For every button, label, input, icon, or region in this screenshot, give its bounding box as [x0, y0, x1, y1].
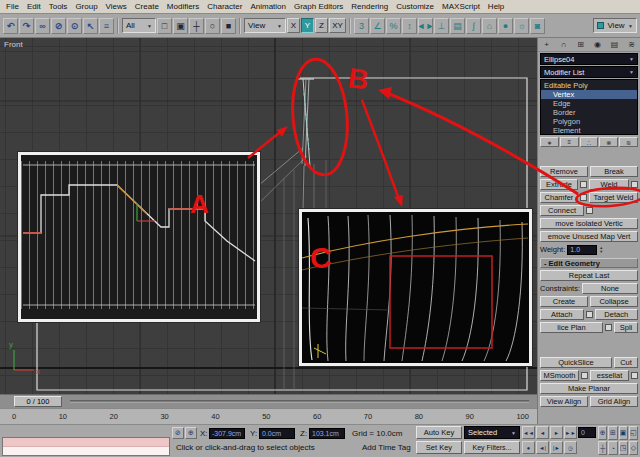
object-name-dropdown[interactable]: Ellipse04 ▼ [540, 53, 638, 65]
remove-unused-map-verts-button[interactable]: emove Unused Map Vert [540, 231, 638, 242]
axis-constraint-x-button[interactable]: X [287, 18, 300, 33]
select-rotate-icon[interactable]: ○ [205, 18, 220, 34]
view-align-button[interactable]: View Align [540, 396, 588, 407]
tab-utilities-icon[interactable]: ≋ [625, 39, 638, 51]
y-coordinate-field[interactable] [259, 428, 295, 439]
pin-stack-icon[interactable]: ∗ [540, 137, 559, 147]
weld-button[interactable]: Weld [589, 179, 629, 190]
detach-button[interactable]: Detach [595, 309, 639, 320]
layer-manager-icon[interactable]: ▤ [450, 18, 465, 34]
menu-item[interactable]: Group [71, 2, 101, 11]
weight-field[interactable] [567, 245, 597, 255]
remove-isolated-vertices-button[interactable]: move Isolated Vertic [540, 218, 638, 229]
select-object-icon[interactable]: ↖ [83, 18, 98, 34]
axis-constraint-xy-button[interactable]: XY [329, 18, 346, 33]
msmooth-settings-button[interactable] [581, 372, 588, 379]
material-editor-icon[interactable]: ● [498, 18, 513, 34]
connect-settings-button[interactable] [586, 207, 593, 214]
zoom-extents-icon[interactable]: ▣ [619, 426, 628, 440]
menu-item[interactable]: Edit [23, 2, 45, 11]
stack-item-border[interactable]: Border [541, 108, 637, 117]
field-of-view-icon[interactable]: ◇ [629, 441, 638, 455]
menu-item[interactable]: Animation [246, 2, 290, 11]
x-coordinate-field[interactable] [209, 428, 245, 439]
menu-item[interactable]: Help [484, 2, 508, 11]
selection-set-dropdown[interactable]: Selected ▼ [464, 426, 520, 439]
tab-motion-icon[interactable]: ◉ [591, 39, 604, 51]
break-button[interactable]: Break [590, 166, 638, 177]
play-icon[interactable]: ► [550, 426, 563, 439]
redo-icon[interactable]: ↷ [19, 18, 34, 34]
add-time-tag[interactable]: Add Time Tag [362, 443, 411, 452]
msmooth-button[interactable]: MSmooth [540, 370, 579, 381]
axis-constraint-y-button[interactable]: Y [301, 18, 314, 33]
menu-item[interactable]: Character [203, 2, 246, 11]
spinner-down-icon[interactable]: ▼ [599, 250, 603, 254]
menu-item[interactable]: Create [131, 2, 163, 11]
percent-snap-icon[interactable]: % [386, 18, 401, 34]
collapse-button[interactable]: Collapse [590, 296, 638, 307]
tab-modify-icon[interactable]: ∩ [557, 39, 570, 51]
remove-modifier-icon[interactable]: ⊗ [599, 137, 618, 147]
mirror-icon[interactable]: ◄► [418, 18, 433, 34]
viewport-label[interactable]: Front [4, 40, 23, 49]
rollout-header-edit-geometry[interactable]: - Edit Geometry [540, 258, 638, 268]
menu-item[interactable]: Graph Editors [290, 2, 347, 11]
slice-plane-button[interactable]: lice Plan [540, 322, 603, 333]
view-dropdown[interactable]: View ▼ [593, 18, 637, 33]
maxscript-mini-listener[interactable] [2, 437, 170, 456]
pan-icon[interactable]: ┼ [598, 441, 607, 455]
zoom-region-icon[interactable]: ◱ [629, 426, 638, 440]
current-frame-field[interactable] [578, 427, 596, 438]
menu-item[interactable]: Modifiers [163, 2, 203, 11]
chamfer-button[interactable]: Chamfer [540, 192, 578, 203]
time-slider-groove[interactable] [70, 400, 529, 403]
weight-spinner[interactable]: ▲ ▼ [599, 246, 603, 254]
split-button[interactable]: Spli [614, 322, 638, 333]
constraints-dropdown[interactable]: None [582, 283, 638, 294]
listener-macro-row[interactable] [3, 438, 169, 447]
menu-item[interactable]: Tools [45, 2, 72, 11]
selection-filter-dropdown[interactable]: All ▼ [122, 18, 156, 33]
remove-button[interactable]: Remove [540, 166, 588, 177]
weld-settings-button[interactable] [631, 181, 638, 188]
extrude-button[interactable]: Extrude [540, 179, 578, 190]
modifier-list-dropdown[interactable]: Modifier List ▼ [540, 66, 638, 78]
target-weld-button[interactable]: Target Weld [589, 192, 638, 203]
menu-item[interactable]: MAXScript [438, 2, 484, 11]
align-icon[interactable]: ⊥ [434, 18, 449, 34]
select-scale-icon[interactable]: ■ [221, 18, 236, 34]
angle-snap-icon[interactable]: ∠ [370, 18, 385, 34]
reference-coordinate-dropdown[interactable]: View ▼ [244, 18, 286, 33]
quickslice-button[interactable]: QuickSlice [540, 357, 612, 368]
undo-icon[interactable]: ↶ [3, 18, 18, 34]
show-end-result-icon[interactable]: ≡ [560, 137, 579, 147]
chamfer-settings-button[interactable] [580, 194, 587, 201]
absolute-offset-toggle-icon[interactable]: ⊕ [185, 427, 197, 439]
time-configuration-icon[interactable]: ◷ [564, 441, 577, 454]
curve-editor-icon[interactable]: ∫ [466, 18, 481, 34]
set-key-button[interactable]: Set Key [416, 441, 462, 454]
go-to-start-icon[interactable]: ◄◄ [522, 426, 535, 439]
select-link-icon[interactable]: ∞ [35, 18, 50, 34]
tessellate-settings-button[interactable] [631, 372, 638, 379]
slice-settings-button[interactable] [605, 324, 612, 331]
connect-button[interactable]: Connect [540, 205, 584, 216]
key-mode-toggle-icon[interactable]: ● [522, 441, 535, 454]
rectangular-region-icon[interactable]: □ [157, 18, 172, 34]
stack-item-polygon[interactable]: Polygon [541, 117, 637, 126]
zoom-icon[interactable]: ⊕ [598, 426, 607, 440]
make-unique-icon[interactable]: ∴ [580, 137, 599, 147]
stack-item-vertex[interactable]: Vertex [541, 90, 637, 99]
render-setup-icon[interactable]: ☼ [514, 18, 529, 34]
track-bar[interactable]: 0102030405060708090100 [0, 408, 537, 424]
configure-modifier-sets-icon[interactable]: ≋ [619, 137, 638, 147]
zoom-all-icon[interactable]: ⊞ [608, 426, 617, 440]
spinner-snap-icon[interactable]: ↕ [402, 18, 417, 34]
tab-hierarchy-icon[interactable]: ⊞ [574, 39, 587, 51]
extrude-settings-button[interactable] [580, 181, 587, 188]
schematic-view-icon[interactable]: ⌂ [482, 18, 497, 34]
arc-rotate-icon[interactable]: ◔ [608, 441, 617, 455]
window-crossing-icon[interactable]: ▣ [173, 18, 188, 34]
z-coordinate-field[interactable] [309, 428, 345, 439]
